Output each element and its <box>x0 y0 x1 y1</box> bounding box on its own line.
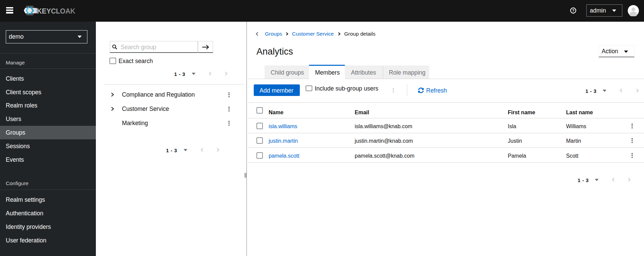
svg-text:?: ? <box>572 8 575 13</box>
svg-text:KEYCLOAK: KEYCLOAK <box>37 7 76 15</box>
